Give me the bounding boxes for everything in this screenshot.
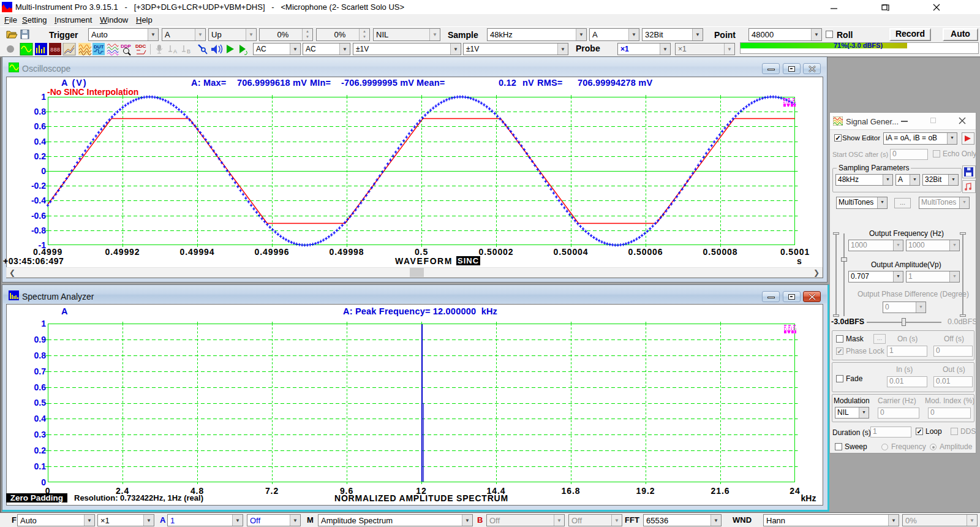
svg-text:888: 888	[50, 47, 60, 53]
svg-text:DDC: DDC	[135, 44, 146, 49]
svg-text:DUT: DUT	[94, 44, 104, 50]
svg-text:A: A	[173, 48, 177, 55]
svg-text:B: B	[187, 48, 190, 55]
